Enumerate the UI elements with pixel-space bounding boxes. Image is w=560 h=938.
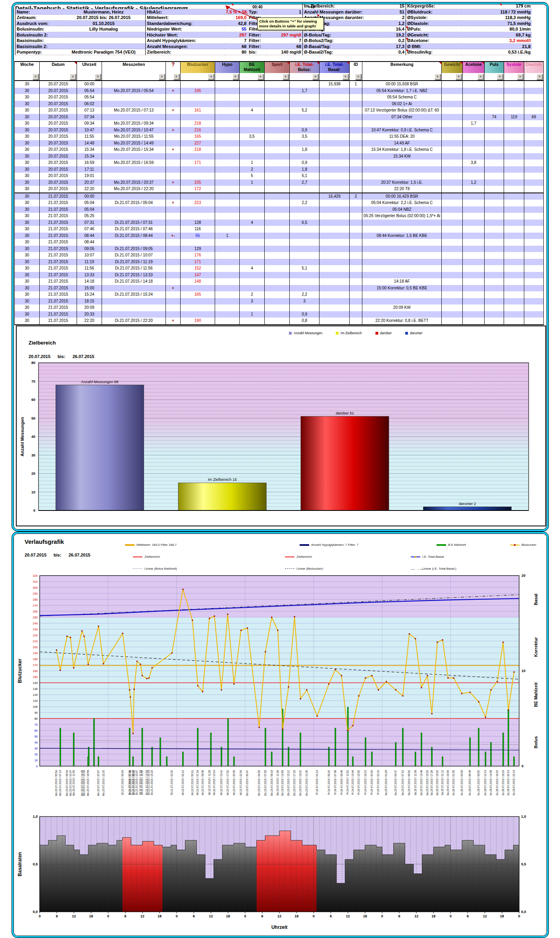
table-row[interactable]: 3021.07.201511:56Di.21.07.2015 / 11:5615…	[15, 265, 544, 272]
table-row[interactable]: 3021.07.201522:20Di.21.07.2015 / 22:20+1…	[15, 318, 544, 325]
cell: 3	[239, 298, 264, 305]
table-row[interactable]: 3021.07.201507:46Di.21.07.2015 / 07:4611…	[15, 226, 544, 233]
table-row[interactable]: 3020.07.201507:3407:34 Other7411969	[15, 114, 544, 121]
table-row[interactable]: 3021.07.201514:18Di.21.07.2015 / 14:1814…	[15, 278, 544, 285]
table-row[interactable]: 3021.07.201509:05Di.21.07.2015 / 09:0512…	[15, 246, 544, 252]
filter-dropdown-button[interactable]: ▼	[537, 74, 543, 80]
table-row[interactable]: 3020.07.201500:0015,938100:00 15,938 BSR	[15, 81, 544, 88]
cell: 10:47	[77, 127, 102, 134]
svg-text:18: 18	[158, 914, 162, 918]
table-row[interactable]: 3021.07.201508:44Di.21.07.2015 / 08:44+-…	[15, 233, 544, 239]
header-cell: 80,0 1/min	[461, 26, 532, 32]
filter-dropdown-button[interactable]: ▼	[343, 74, 348, 80]
cell	[264, 285, 289, 292]
filter-dropdown-button[interactable]: ▼	[497, 74, 503, 80]
cell	[102, 173, 166, 179]
svg-text:So.26.07.2015 / 22:13: So.26.07.2015 / 22:13	[512, 770, 515, 795]
svg-text:18: 18	[89, 914, 93, 918]
svg-text:Mo.20.07.2015 / 10:47: Mo.20.07.2015 / 10:47	[69, 770, 72, 796]
table-row[interactable]: 3021.07.201518:1533	[15, 298, 544, 305]
table-row[interactable]: 3020.07.201519:0155,1	[15, 173, 544, 179]
filter-dropdown-button[interactable]: ▼	[258, 74, 264, 80]
cell	[442, 179, 463, 186]
cell: 21.07.2015	[40, 206, 77, 213]
filter-dropdown-button[interactable]: ▼	[477, 74, 483, 80]
table-row[interactable]: 3020.07.201507:13Mo.20.07.2015 / 07:13>1…	[15, 107, 544, 114]
table-row[interactable]: 3021.07.201515:24Di.21.07.2015 / 15:2416…	[15, 291, 544, 298]
cell	[264, 259, 289, 266]
table-row[interactable]: 3020.07.201516:59Mo.20.07.2015 / 16:5917…	[15, 160, 544, 166]
cell	[349, 179, 362, 186]
table-row[interactable]: 3020.07.201506:0206:02 1+ Ai	[15, 101, 544, 108]
filter-dropdown-button[interactable]: ▼	[312, 74, 318, 80]
svg-text:12: 12	[346, 914, 350, 918]
filter-dropdown-button[interactable]: ▼	[456, 74, 462, 80]
cell: 152	[180, 265, 215, 272]
cell	[319, 107, 349, 114]
cell: 05:04 Korrektur: 2,2 i.E. Schema C	[362, 200, 442, 206]
table-row[interactable]: 3021.07.201510:07Di.21.07.2015 / 10:0717…	[15, 252, 544, 259]
table-row[interactable]: 3021.07.201515:00+15:00 Korrektur: 0,5 B…	[15, 285, 544, 292]
table-row[interactable]: 3021.07.201505:04Di.21.07.2015 / 05:04+2…	[15, 200, 544, 206]
filter-dropdown-button[interactable]: ▼	[33, 74, 38, 80]
diary-table[interactable]: WocheDatumUhrzeitMesszeiten?BlutzuckerHy…	[14, 61, 544, 325]
header-cell: Zielbereich:	[145, 49, 225, 55]
cell	[319, 160, 349, 166]
cell	[504, 200, 524, 206]
table-row[interactable]: 3021.07.201520:0920:09 KW	[15, 304, 544, 311]
cell	[264, 107, 289, 114]
table-row[interactable]: 3021.07.201520:3310,9	[15, 311, 544, 318]
table-row[interactable]: 3021.07.201513:33Di.21.07.2015 / 13:3314…	[15, 272, 544, 279]
svg-text:6: 6	[330, 914, 332, 918]
table-row[interactable]: 3020.07.201514:49Mo.20.07.2015 / 14:4922…	[15, 140, 544, 147]
cell	[349, 272, 362, 279]
table-row[interactable]: 3020.07.201510:47Mo.20.07.2015 / 10:47+2…	[15, 127, 544, 134]
cell	[349, 311, 362, 318]
table-row[interactable]: 3021.07.201508:44	[15, 239, 544, 246]
filter-dropdown-button[interactable]: ▼	[159, 74, 165, 80]
table-row[interactable]: 3020.07.201522:20Mo.20.07.2015 / 22:2017…	[15, 186, 544, 193]
table-row[interactable]: 3020.07.201520:37Mo.20.07.2015 / 20:37+2…	[15, 179, 544, 186]
filter-dropdown-button[interactable]: ▼	[233, 74, 239, 80]
table-row[interactable]: 3021.07.201507:31Di.21.07.2015 / 07:3112…	[15, 220, 544, 226]
cell	[362, 160, 442, 166]
cell	[442, 246, 463, 252]
table-row[interactable]: 3021.07.201505:0405:04 NBZ	[15, 206, 544, 213]
cell: 30	[15, 311, 40, 318]
table-row[interactable]: 3020.07.201515:34Mo.20.07.2015 / 15:34+2…	[15, 146, 544, 153]
cell	[362, 239, 442, 246]
filter-dropdown-button[interactable]: ▼	[355, 74, 361, 80]
table-row[interactable]: 3020.07.201515:3415:34 KW	[15, 153, 544, 160]
cell	[504, 146, 524, 153]
cell	[504, 259, 524, 266]
cell: 171	[180, 160, 215, 166]
cell: 30	[15, 179, 40, 186]
table-row[interactable]: 3020.07.201509:34Mo.20.07.2015 / 09:3421…	[15, 120, 544, 127]
filter-dropdown-button[interactable]: ▼	[173, 74, 179, 80]
table-row[interactable]: 3021.07.201505:2505:25 Verzögerter Bolus…	[15, 213, 544, 220]
svg-text:0: 0	[244, 914, 246, 918]
filter-dropdown-button[interactable]: ▼	[283, 74, 289, 80]
cell	[349, 298, 362, 305]
cell	[524, 107, 543, 114]
filter-dropdown-button[interactable]: ▼	[435, 74, 441, 80]
header-cell: Medtronic Paradigm 754 (VEO)	[62, 49, 145, 55]
table-row[interactable]: 3021.07.201500:0016,429200:00 16,429 BSR	[15, 193, 544, 200]
table-row[interactable]: 3021.07.201511:19Di.21.07.2015 / 11:1917…	[15, 259, 544, 266]
table-row[interactable]: 3020.07.201505:5405:54 Schema C	[15, 94, 544, 101]
cell: 30	[15, 120, 40, 127]
cell	[264, 200, 289, 206]
header-cell: 179 cm	[461, 3, 532, 9]
filter-dropdown-button[interactable]: ▼	[208, 74, 214, 80]
filter-dropdown-button[interactable]: ▼	[517, 74, 523, 80]
cell	[264, 304, 289, 311]
cell	[289, 272, 319, 279]
table-row[interactable]: 3020.07.201505:54Mo.20.07.2015 / 05:54+1…	[15, 88, 544, 94]
cell: 20.07.2015	[40, 114, 77, 121]
cell: 21.07.2015	[40, 285, 77, 292]
table-row[interactable]: 3020.07.201517:1121,8	[15, 166, 544, 173]
filter-dropdown-button[interactable]: ▼	[70, 74, 76, 80]
filter-dropdown-button[interactable]: ▼	[95, 74, 101, 80]
table-row[interactable]: 3020.07.201511:55Mo.20.07.2015 / 11:5516…	[15, 133, 544, 140]
cell	[504, 127, 524, 134]
